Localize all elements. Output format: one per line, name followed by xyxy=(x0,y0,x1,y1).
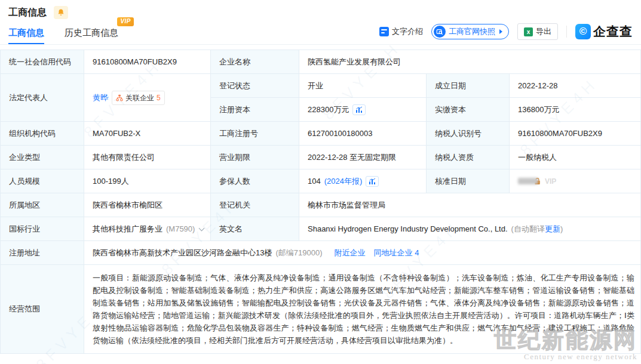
reg-address-text: 陕西省榆林市高新技术产业园区沙河路金融中心13楼 xyxy=(93,247,272,259)
reg-capital-amount: 228300万元 xyxy=(308,104,349,116)
export-button[interactable]: x 导出 xyxy=(517,23,558,40)
company-type-label: 企业类型 xyxy=(1,146,84,169)
excel-icon: x xyxy=(524,27,533,36)
header-actions: 文字介绍 工商官网快照 x 导出 © 企查查 xyxy=(379,23,633,44)
paid-capital-value: 136800万元 xyxy=(510,98,641,122)
credit-code-value: 91610800MA70FUB2X9 xyxy=(84,50,211,74)
industry-name: 其他科技推广服务业 xyxy=(93,223,162,235)
industry-value: 其他科技推广服务业 (M7590) xyxy=(84,217,211,241)
nearby-companies-link[interactable]: 附近企业 xyxy=(335,247,366,259)
approval-date-value: VIP xyxy=(510,169,641,193)
qichacha-logo[interactable]: © 企查查 xyxy=(575,23,633,40)
english-name-value: Shaanxi Hydrogen Energy Industry Develop… xyxy=(299,217,641,241)
company-name-value: 陕西氢能产业发展有限公司 xyxy=(299,50,641,74)
reg-address-value: 陕西省榆林市高新技术产业园区沙河路金融中心13楼 (邮编719000) 附近企业… xyxy=(84,241,641,265)
legal-rep-link[interactable]: 黄晔 xyxy=(93,92,108,104)
auto-translate-note: (自动翻译更新) xyxy=(511,223,563,235)
reg-no-value: 612700100180003 xyxy=(299,122,427,146)
capital-chart-button[interactable] xyxy=(352,104,366,115)
org-chart-icon xyxy=(116,94,123,101)
official-snapshot-button[interactable]: 工商官网快照 xyxy=(431,24,509,39)
business-info-panel: 工商信息 工商信息 历史工商信息 VIP 文字介绍 xyxy=(0,0,641,364)
snapshot-camera-icon xyxy=(434,26,446,38)
text-intro-icon xyxy=(379,27,389,36)
est-date-value: 2022-12-28 xyxy=(510,74,641,98)
postcode-text: (邮编719000) xyxy=(275,247,322,259)
approval-date-label: 核准日期 xyxy=(427,169,510,193)
insured-count-label: 参保人数 xyxy=(211,169,299,193)
related-companies-badge[interactable]: 关联企业 5 xyxy=(112,91,165,105)
company-type-value: 其他有限责任公司 xyxy=(84,146,211,169)
business-scope-label: 经营范围 xyxy=(1,265,84,354)
reg-capital-value: 228300万元 xyxy=(299,98,427,122)
export-label: 导出 xyxy=(536,26,551,37)
masked-value xyxy=(518,178,538,184)
taxpayer-id-label: 纳税人识别号 xyxy=(427,122,510,146)
notification-bell-button[interactable] xyxy=(54,6,68,19)
taxpayer-id-value: 91610800MA70FUB2X9 xyxy=(510,122,641,146)
business-info-table: 统一社会信用代码 91610800MA70FUB2X9 企业名称 陕西氢能产业发… xyxy=(0,50,641,354)
credit-code-label: 统一社会信用代码 xyxy=(1,50,84,74)
qichacha-logo-text: 企查查 xyxy=(593,23,633,40)
industry-code: (M7590) xyxy=(166,223,195,235)
chart-icon xyxy=(369,178,376,185)
bell-icon xyxy=(57,8,65,17)
text-intro-button[interactable]: 文字介绍 xyxy=(379,26,423,37)
org-code-value: MA70FUB2-X xyxy=(84,122,211,146)
legal-rep-label: 法定代表人 xyxy=(1,74,84,122)
business-term-label: 营业期限 xyxy=(211,146,299,169)
taxpayer-quality-label: 纳税人资质 xyxy=(427,146,510,169)
region-value: 陕西省榆林市榆阳区 xyxy=(84,193,211,217)
legal-rep-value: 黄晔 关联企业 5 xyxy=(84,74,211,122)
reg-capital-label: 注册资本 xyxy=(211,98,299,122)
insured-count-number: 104 xyxy=(308,175,321,187)
tab-history-business-info[interactable]: 历史工商信息 VIP xyxy=(65,21,118,44)
insured-chart-button[interactable] xyxy=(366,176,379,187)
reg-no-label: 工商注册号 xyxy=(211,122,299,146)
same-address-link[interactable]: 同地址企业 4 xyxy=(374,247,419,259)
reg-status-value: 开业 xyxy=(299,74,427,98)
reg-authority-value: 榆林市市场监督管理局 xyxy=(299,193,641,217)
company-name-label: 企业名称 xyxy=(211,50,299,74)
qichacha-logo-icon: © xyxy=(575,24,591,39)
business-term-value: 2022-12-28 至无固定期限 xyxy=(299,146,427,169)
arrow-right-icon xyxy=(499,29,502,34)
industry-label: 国标行业 xyxy=(1,217,84,241)
staff-size-value: 100-199人 xyxy=(84,169,211,193)
vip-badge: VIP xyxy=(117,17,134,26)
english-name-text: Shaanxi Hydrogen Energy Industry Develop… xyxy=(308,223,508,235)
reg-status-label: 登记状态 xyxy=(211,74,299,98)
divider xyxy=(566,26,567,38)
tab-business-info[interactable]: 工商信息 xyxy=(8,21,44,44)
est-date-label: 成立日期 xyxy=(427,74,510,98)
reg-authority-label: 登记机关 xyxy=(211,193,299,217)
vip-locked-text: VIP xyxy=(545,175,556,187)
region-label: 所属地区 xyxy=(1,193,84,217)
org-code-label: 组织机构代码 xyxy=(1,122,84,146)
insured-count-value: 104 (2024年报) xyxy=(299,169,427,193)
english-name-label: 英文名 xyxy=(211,217,299,241)
text-intro-label: 文字介绍 xyxy=(392,26,423,37)
staff-size-label: 人员规模 xyxy=(1,169,84,193)
tabs: 工商信息 历史工商信息 VIP xyxy=(8,21,118,44)
section-header: 工商信息 xyxy=(0,0,641,20)
related-companies-count: 5 xyxy=(157,92,161,104)
tab-bar: 工商信息 历史工商信息 VIP 文字介绍 工商官网快照 xyxy=(0,21,641,45)
tab-history-label: 历史工商信息 xyxy=(65,27,118,38)
business-scope-text: 一般项目：新能源原动设备制造；气体、液体分离及纯净设备制造；通用设备制造（不含特… xyxy=(93,269,634,350)
reg-address-label: 注册地址 xyxy=(1,241,84,265)
update-translation-link[interactable]: 更新 xyxy=(545,224,560,233)
chart-icon xyxy=(355,106,363,113)
paid-capital-label: 实缴资本 xyxy=(427,98,510,122)
annual-report-link[interactable]: (2024年报) xyxy=(324,175,363,187)
related-companies-label: 关联企业 xyxy=(125,92,154,104)
page-title: 工商信息 xyxy=(8,7,47,19)
business-scope-value: 一般项目：新能源原动设备制造；气体、液体分离及纯净设备制造；通用设备制造（不含特… xyxy=(84,265,641,354)
taxpayer-quality-value: 一般纳税人 xyxy=(510,146,641,169)
snapshot-label: 工商官网快照 xyxy=(449,26,495,37)
chevron-down-icon[interactable] xyxy=(199,225,205,231)
